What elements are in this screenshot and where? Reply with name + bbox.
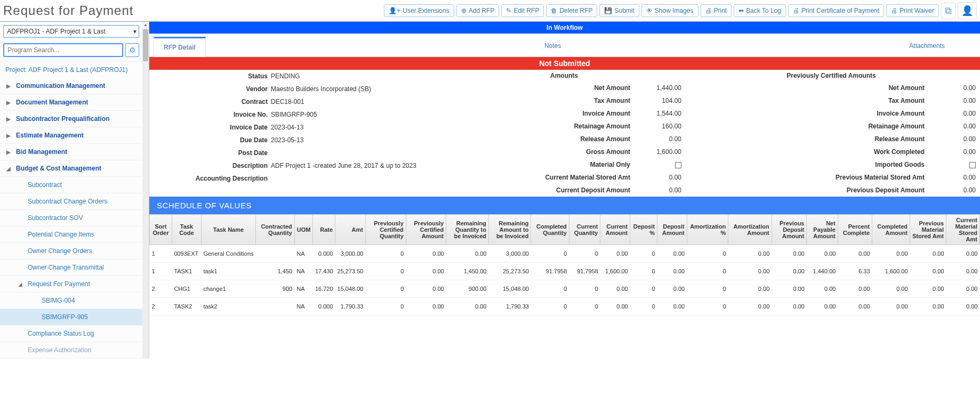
print-waiver-button[interactable]: 🖨Print Waiver <box>886 4 939 17</box>
back-to-log-button[interactable]: ⬅Back To Log <box>734 4 786 17</box>
delete-rfp-button[interactable]: 🗑Delete RFP <box>546 4 597 17</box>
sidebar-scrollbar[interactable]: ▲ <box>142 22 149 359</box>
sov-col-header[interactable]: Previous Material Stored Amt <box>910 215 946 245</box>
sov-col-header[interactable]: Percent Complete <box>838 215 872 245</box>
sidebar-item-subcontractor-sov[interactable]: Subcontractor SOV <box>0 210 142 226</box>
sidebar-item-communication[interactable]: ▶Communication Management <box>0 78 142 94</box>
table-cell: 0.00 <box>872 298 910 315</box>
program-search-input[interactable] <box>3 43 123 57</box>
sov-col-header[interactable]: Previous Deposit Amount <box>772 215 807 245</box>
table-cell: 0.00 <box>406 263 446 280</box>
sidebar-item-owner-change-orders[interactable]: Owner Change Orders <box>0 243 142 259</box>
sov-col-header[interactable]: Net Payable Amount <box>807 215 838 245</box>
edit-rfp-button[interactable]: ✎Edit RFP <box>501 4 544 17</box>
table-cell: 2 <box>150 280 172 298</box>
user-extensions-button[interactable]: 👤+User Extensions <box>384 4 454 17</box>
sidebar-item-estimate[interactable]: ▶Estimate Management <box>0 127 142 144</box>
prev-retainage-label: Retainage Amount <box>687 123 928 130</box>
tax-amount-value: 104.00 <box>633 97 681 104</box>
sov-col-header[interactable]: UOM <box>294 215 313 245</box>
material-only-label: Material Only <box>447 161 633 168</box>
prev-retainage-value: 0.00 <box>928 123 976 130</box>
sov-col-header[interactable]: Completed Amount <box>872 215 910 245</box>
sov-col-header[interactable]: Current Quantity <box>569 215 600 245</box>
sidebar-item-subcontract-change-orders[interactable]: Subcontract Change Orders <box>0 193 142 210</box>
sov-col-header[interactable]: Amortization % <box>687 215 728 245</box>
table-cell: 0.00 <box>772 263 807 280</box>
material-only-checkbox[interactable] <box>675 162 681 168</box>
print-cert-button[interactable]: 🖨Print Certificate of Payment <box>788 4 884 17</box>
table-cell: 0 <box>531 245 569 263</box>
sov-col-header[interactable]: Sort Order <box>150 215 172 245</box>
plus-circle-icon: ⊕ <box>461 7 467 14</box>
sov-col-header[interactable]: Contracted Quantity <box>256 215 295 245</box>
sidebar-item-subcontractor-prequal[interactable]: ▶Subcontractor Prequalification <box>0 111 142 127</box>
sov-col-header[interactable]: Task Name <box>201 215 255 245</box>
sidebar-item-owner-change-transmittal[interactable]: Owner Change Transmittal <box>0 259 142 276</box>
btn-label: Print Waiver <box>899 7 934 14</box>
table-cell: 900.00 <box>446 280 489 298</box>
user-profile-icon[interactable]: 👤 <box>958 2 977 19</box>
sov-col-header[interactable]: Current Amount <box>600 215 630 245</box>
table-cell: 6.33 <box>838 263 872 280</box>
sov-col-header[interactable]: Task Code <box>172 215 201 245</box>
show-images-button[interactable]: 👁Show Images <box>641 4 698 17</box>
table-cell: task1 <box>201 263 255 280</box>
sov-col-header[interactable]: Remaining Amount to be Invoiced <box>489 215 531 245</box>
table-row[interactable]: 1TASK1task11,450NA17.43025,273.5000.001,… <box>150 263 980 280</box>
tab-rfp-detail[interactable]: RFP Detail <box>154 37 206 57</box>
sidebar-item-potential-change-items[interactable]: Potential Change Items <box>0 226 142 243</box>
invoice-amount-value: 1,544.00 <box>633 110 681 117</box>
table-cell: 0 <box>569 245 600 263</box>
release-amount-value: 0.00 <box>633 135 681 143</box>
sov-col-header[interactable]: Amortization Amount <box>728 215 772 245</box>
sov-col-header[interactable]: Deposit % <box>630 215 657 245</box>
sidebar-item-expense-authorization[interactable]: Expense Authorization <box>0 342 142 359</box>
sidebar-label: Budget & Cost Management <box>16 165 101 172</box>
table-row[interactable]: 10093EXTGeneral ConditionsNA0.0003,000.0… <box>150 245 980 263</box>
release-amount-label: Release Amount <box>447 135 633 143</box>
settings-button[interactable]: ⚙ <box>125 43 139 57</box>
sov-col-header[interactable]: Previously Certified Amount <box>406 215 446 245</box>
sidebar-item-subcontract[interactable]: Subcontract <box>0 177 142 193</box>
project-line[interactable]: Project: ADF Project 1 & Last (ADFPROJ1) <box>0 61 142 78</box>
back-arrow-icon: ⬅ <box>738 7 744 14</box>
sidebar-label: Request For Payment <box>28 280 90 288</box>
net-amount-value: 1,440.00 <box>633 84 681 92</box>
table-row[interactable]: 2CHG1change1900NA16.72015,048.0000.00900… <box>150 280 980 298</box>
table-cell: 0.00 <box>728 245 772 263</box>
sidebar-item-request-for-payment[interactable]: ◢Request For Payment <box>0 276 142 293</box>
sov-col-header[interactable]: Remaining Quantity to be Invoiced <box>446 215 489 245</box>
external-link-icon[interactable]: ⧉ <box>941 3 955 19</box>
table-cell: 0.00 <box>728 298 772 315</box>
sov-col-header[interactable]: Current Material Stored Amt <box>946 215 980 245</box>
add-rfp-button[interactable]: ⊕Add RFP <box>456 4 500 17</box>
scroll-up-icon[interactable]: ▲ <box>142 22 149 28</box>
sov-col-header[interactable]: Amt <box>335 215 366 245</box>
gross-amount-label: Gross Amount <box>447 148 633 156</box>
sidebar-item-bid[interactable]: ▶Bid Management <box>0 144 142 160</box>
submit-button[interactable]: 💾Submit <box>599 4 639 17</box>
sov-col-header[interactable]: Previously Certified Quantity <box>365 215 406 245</box>
sidebar-item-rfp-sbimgrfp905[interactable]: SBIMGRFP-905 <box>0 309 142 326</box>
project-select[interactable]: ADFPROJ1 - ADF Project 1 & Last ▾ <box>3 25 139 38</box>
table-cell: 0 <box>531 280 569 298</box>
table-cell: 0.00 <box>600 298 630 315</box>
print-button[interactable]: 🖨Print <box>701 4 732 17</box>
sidebar-item-rfp-sbimg004[interactable]: SBIMG-004 <box>0 293 142 309</box>
sidebar-item-document[interactable]: ▶Document Management <box>0 94 142 111</box>
scroll-thumb[interactable] <box>143 29 148 61</box>
sov-col-header[interactable]: Rate <box>313 215 335 245</box>
tab-notes[interactable]: Notes <box>535 37 571 56</box>
sov-col-header[interactable]: Deposit Amount <box>657 215 687 245</box>
imported-goods-checkbox[interactable] <box>969 162 976 168</box>
sidebar-item-budget-cost[interactable]: ◢Budget & Cost Management <box>0 160 142 177</box>
sov-table: Sort OrderTask CodeTask NameContracted Q… <box>149 214 980 315</box>
tab-attachments[interactable]: Attachments <box>899 37 954 56</box>
sov-col-header[interactable]: Completed Quantity <box>531 215 569 245</box>
sidebar-item-compliance-status-log[interactable]: Compliance Status Log <box>0 326 142 342</box>
table-row[interactable]: 2TASK2task2NA0.0001,790.3300.000.001,790… <box>150 298 980 315</box>
table-cell: 0 <box>687 280 728 298</box>
table-cell: 0 <box>630 298 657 315</box>
table-cell: 0.00 <box>657 298 687 315</box>
